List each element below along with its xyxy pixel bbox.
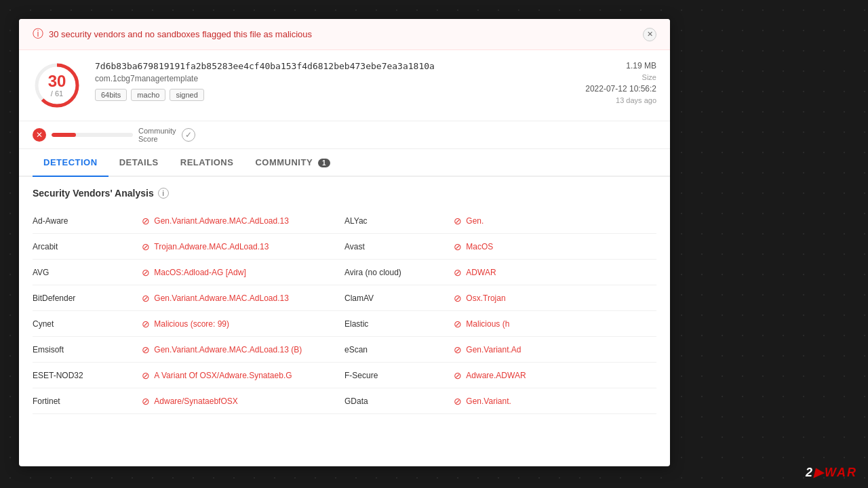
file-details: 7d6b83ba679819191fa2b85283ee4cf40ba153f4… xyxy=(95,61,555,101)
vendor-name-2: GData xyxy=(344,391,448,411)
detect-icon: ⊘ xyxy=(142,216,150,226)
file-info-section: 30 / 61 7d6b83ba679819191fa2b85283ee4cf4… xyxy=(19,50,670,121)
vendor-detection: ⊘ MacOS:Adload-AG [Adw] xyxy=(136,262,344,283)
vendor-detection: ⊘ Adware/SynataebfOSX xyxy=(136,390,344,412)
detect-text: A Variant Of OSX/Adware.Synataeb.G xyxy=(154,371,292,380)
alert-bar: ⓘ 30 security vendors and no sandboxes f… xyxy=(19,19,670,50)
vendor-detection-2: ⊘ Gen.Variant.Ad xyxy=(448,339,656,361)
vendor-name: Ad-Aware xyxy=(33,211,136,231)
tab-details[interactable]: DETAILS xyxy=(108,149,170,177)
vendor-name-2: Avast xyxy=(344,237,448,257)
vendor-row: Cynet ⊘ Malicious (score: 99) Elastic ⊘ … xyxy=(33,311,656,337)
tag-macho: macho xyxy=(131,89,165,101)
vendor-row: AVG ⊘ MacOS:Adload-AG [Adw] Avira (no cl… xyxy=(33,260,656,285)
detect-text-2: Adware.ADWAR xyxy=(466,371,526,380)
vendor-detection: ⊘ Trojan.Adware.MAC.AdLoad.13 xyxy=(136,236,344,258)
vendor-detection-2: ⊘ Gen. xyxy=(448,210,656,232)
score-value: 30 xyxy=(48,73,66,89)
alert-text: 30 security vendors and no sandboxes fla… xyxy=(49,29,312,39)
community-score-row: ✕ CommunityScore ✓ xyxy=(19,121,670,149)
vendor-detection: ⊘ Gen.Variant.Adware.MAC.AdLoad.13 xyxy=(136,210,344,232)
detect-text: Gen.Variant.Adware.MAC.AdLoad.13 (B) xyxy=(154,345,302,354)
detect-text: Trojan.Adware.MAC.AdLoad.13 xyxy=(154,242,269,251)
tab-detection[interactable]: DETECTION xyxy=(33,149,108,177)
file-size: 1.19 MB xyxy=(568,61,656,70)
file-tags: 64bits macho signed xyxy=(95,89,555,101)
detect-icon-2: ⊘ xyxy=(454,319,462,329)
date-label: 13 days ago xyxy=(568,96,656,104)
vendor-name: Cynet xyxy=(33,314,136,334)
detect-text: Gen.Variant.Adware.MAC.AdLoad.13 xyxy=(154,216,289,226)
detect-text: Gen.Variant.Adware.MAC.AdLoad.13 xyxy=(154,293,289,303)
tab-community[interactable]: COMMUNITY 1 xyxy=(244,149,341,177)
vendor-list: Ad-Aware ⊘ Gen.Variant.Adware.MAC.AdLoad… xyxy=(33,208,656,414)
vendor-name-2: Avira (no cloud) xyxy=(344,262,448,283)
detect-text-2: Osx.Trojan xyxy=(466,293,505,303)
vendor-name-2: ClamAV xyxy=(344,288,448,308)
alert-icon: ⓘ xyxy=(33,27,43,41)
vendor-name: ESET-NOD32 xyxy=(33,365,136,386)
close-button[interactable]: ✕ xyxy=(643,28,656,41)
score-total: / 61 xyxy=(48,89,66,98)
vendor-detection: ⊘ Malicious (score: 99) xyxy=(136,313,344,335)
detect-text-2: Gen.Variant. xyxy=(466,396,511,406)
vendor-detection: ⊘ A Variant Of OSX/Adware.Synataeb.G xyxy=(136,365,344,386)
vendor-name: Arcabit xyxy=(33,237,136,257)
detect-icon: ⊘ xyxy=(142,370,150,381)
x-badge[interactable]: ✕ xyxy=(33,128,46,142)
vendor-name-2: F-Secure xyxy=(344,365,448,386)
main-panel: ⓘ 30 security vendors and no sandboxes f… xyxy=(19,19,670,466)
vendor-row: Emsisoft ⊘ Gen.Variant.Adware.MAC.AdLoad… xyxy=(33,337,656,363)
detect-text-2: MacOS xyxy=(466,242,493,251)
score-circle: 30 / 61 xyxy=(33,61,81,110)
file-hash: 7d6b83ba679819191fa2b85283ee4cf40ba153f4… xyxy=(95,61,555,71)
watermark: 2▶WAR xyxy=(806,465,857,480)
detect-text: Adware/SynataebfOSX xyxy=(154,396,237,406)
detect-icon-2: ⊘ xyxy=(454,293,462,304)
detect-text-2: Gen. xyxy=(466,216,484,226)
check-badge[interactable]: ✓ xyxy=(182,128,195,142)
vendor-detection: ⊘ Gen.Variant.Adware.MAC.AdLoad.13 xyxy=(136,287,344,309)
content-area: Security Vendors' Analysis i Ad-Aware ⊘ … xyxy=(19,177,670,466)
detect-icon: ⊘ xyxy=(142,319,150,329)
community-score-bar xyxy=(52,133,133,137)
detect-icon: ⊘ xyxy=(142,344,150,355)
vendor-detection-2: ⊘ Gen.Variant. xyxy=(448,390,656,412)
community-score-fill xyxy=(52,133,76,137)
vendor-name: AVG xyxy=(33,262,136,283)
community-badge: 1 xyxy=(318,159,330,167)
vendor-name: BitDefender xyxy=(33,288,136,308)
detect-text-2: ADWAR xyxy=(466,268,496,277)
vendor-row: ESET-NOD32 ⊘ A Variant Of OSX/Adware.Syn… xyxy=(33,363,656,388)
file-meta: 1.19 MB Size 2022-07-12 10:56:2 13 days … xyxy=(568,61,656,104)
vendor-name: Emsisoft xyxy=(33,340,136,360)
tab-relations[interactable]: RELATIONS xyxy=(170,149,245,177)
section-title: Security Vendors' Analysis i xyxy=(33,188,656,199)
info-icon[interactable]: i xyxy=(158,188,169,199)
vendor-detection-2: ⊘ ADWAR xyxy=(448,262,656,283)
file-date: 2022-07-12 10:56:2 xyxy=(568,84,656,94)
detect-icon-2: ⊘ xyxy=(454,344,462,355)
tag-signed: signed xyxy=(170,89,203,101)
vendor-name-2: ALYac xyxy=(344,211,448,231)
detect-icon-2: ⊘ xyxy=(454,216,462,226)
vendor-detection-2: ⊘ MacOS xyxy=(448,236,656,258)
detect-icon-2: ⊘ xyxy=(454,267,462,278)
vendor-row: Ad-Aware ⊘ Gen.Variant.Adware.MAC.AdLoad… xyxy=(33,208,656,234)
vendor-detection-2: ⊘ Osx.Trojan xyxy=(448,287,656,309)
vendor-detection: ⊘ Gen.Variant.Adware.MAC.AdLoad.13 (B) xyxy=(136,339,344,361)
vendor-name: Fortinet xyxy=(33,391,136,411)
vendor-row: Fortinet ⊘ Adware/SynataebfOSX GData ⊘ G… xyxy=(33,388,656,414)
tag-64bits: 64bits xyxy=(95,89,127,101)
detect-icon: ⊘ xyxy=(142,241,150,252)
vendor-row: BitDefender ⊘ Gen.Variant.Adware.MAC.AdL… xyxy=(33,285,656,311)
detect-text-2: Gen.Variant.Ad xyxy=(466,345,521,354)
detect-icon-2: ⊘ xyxy=(454,396,462,407)
detect-icon: ⊘ xyxy=(142,293,150,304)
file-name: com.1cbg7managertemplate xyxy=(95,74,555,83)
detect-icon-2: ⊘ xyxy=(454,241,462,252)
detect-icon: ⊘ xyxy=(142,396,150,407)
detect-icon: ⊘ xyxy=(142,267,150,278)
tab-bar: DETECTION DETAILS RELATIONS COMMUNITY 1 xyxy=(19,149,670,177)
detect-text: MacOS:Adload-AG [Adw] xyxy=(154,268,245,277)
